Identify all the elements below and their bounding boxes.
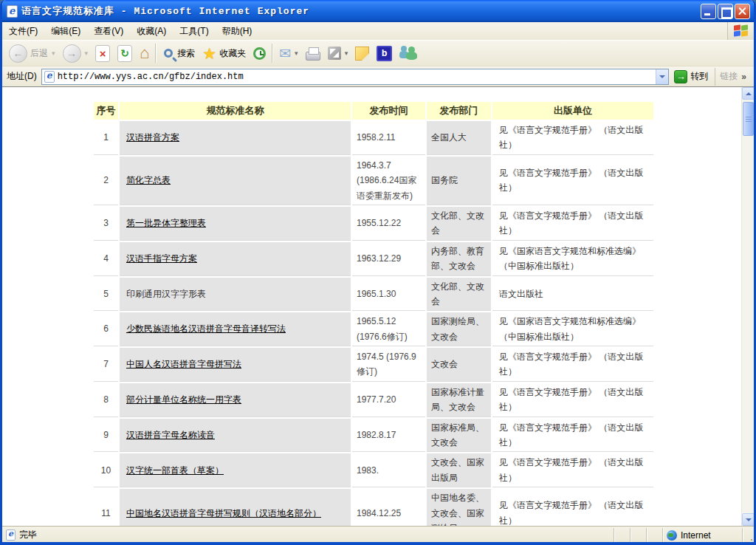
standard-link[interactable]: 中国地名汉语拼音字母拼写规则（汉语地名部分） — [126, 508, 321, 518]
scroll-down-button[interactable] — [742, 513, 754, 526]
address-input[interactable] — [58, 72, 656, 82]
cell-publish-date: 1958.2.11 — [352, 121, 425, 155]
b-toolbar-button[interactable]: b — [373, 42, 396, 64]
cell-standard-name: 简化字总表 — [120, 157, 351, 205]
cell-publish-dept: 文化部、文改会 — [427, 278, 491, 312]
menu-file[interactable]: 文件(F) — [2, 22, 44, 40]
cell-publish-dept: 国家标准计量局、文改会 — [427, 383, 491, 417]
standard-link[interactable]: 少数民族语地名汉语拼音字母音译转写法 — [126, 323, 286, 334]
internet-zone-icon — [667, 530, 677, 541]
history-icon — [253, 47, 266, 60]
b-badge-icon: b — [377, 46, 392, 61]
links-zone[interactable]: 链接 » — [715, 68, 751, 86]
go-button[interactable]: → 转到 — [669, 68, 713, 86]
standard-link[interactable]: 简化字总表 — [126, 175, 171, 185]
standard-link[interactable]: 汉语手指字母方案 — [126, 253, 197, 264]
notes-button[interactable] — [351, 42, 373, 64]
standard-link[interactable]: 中国人名汉语拼音字母拼写法 — [126, 359, 241, 369]
close-button[interactable] — [735, 4, 750, 19]
cell-publisher: 见《语言文字规范手册》 （语文出版社） — [492, 348, 653, 382]
back-button[interactable]: ← 后退 ▾ — [5, 42, 59, 64]
cell-publisher: 见《语言文字规范手册》 （语文出版社） — [492, 453, 653, 487]
cell-index: 11 — [94, 489, 118, 526]
sticky-note-icon — [355, 47, 369, 61]
favorites-star-icon: ★ — [202, 46, 216, 61]
mail-icon: ✉ — [279, 47, 291, 61]
forward-button[interactable]: → ▾ — [59, 42, 92, 64]
zone-text: Internet — [681, 530, 711, 541]
mail-dropdown-icon: ▾ — [295, 49, 298, 57]
address-label: 地址(D) — [7, 70, 37, 83]
table-row: 3第一批异体字整理表1955.12.22文化部、文改会见《语言文字规范手册》 （… — [94, 207, 653, 241]
status-text: 完毕 — [19, 529, 37, 541]
cell-index: 10 — [94, 453, 118, 487]
cell-index: 2 — [94, 157, 118, 205]
messenger-button[interactable] — [396, 42, 422, 64]
address-combo[interactable] — [41, 69, 670, 85]
standards-table: 序号 规范标准名称 发布时间 发布部门 出版单位 1汉语拼音方案1958.2.1… — [92, 100, 655, 526]
header-publisher: 出版单位 — [492, 102, 653, 120]
address-dropdown-button[interactable] — [656, 69, 668, 84]
mail-button[interactable]: ✉ ▾ — [275, 42, 301, 64]
stop-button[interactable]: × — [92, 42, 114, 64]
cell-publish-date: 1984.12.25 — [352, 489, 425, 526]
header-index: 序号 — [94, 102, 118, 120]
cell-publish-date: 1965.5.12 (1976.6修订) — [352, 312, 425, 346]
windows-logo-pane — [727, 22, 754, 40]
standard-link[interactable]: 第一批异体字整理表 — [126, 218, 206, 228]
cell-index: 1 — [94, 121, 118, 155]
back-icon: ← — [9, 44, 27, 63]
stop-icon: × — [95, 45, 110, 62]
links-label: 链接 — [720, 70, 738, 83]
browser-window: 语言文字规范标准库 - Microsoft Internet Explorer … — [0, 0, 756, 545]
home-button[interactable]: ⌂ — [136, 42, 153, 64]
menu-view[interactable]: 查看(V) — [87, 22, 130, 40]
table-row: 1汉语拼音方案1958.2.11全国人大见《语言文字规范手册》 （语文出版社） — [94, 121, 653, 155]
go-arrow-icon: → — [674, 70, 687, 83]
toolbar: ← 后退 ▾ → ▾ × ↻ ⌂ 搜索 ★ 收藏夹 ✉ — [2, 41, 754, 66]
addressbar: 地址(D) → 转到 链接 » — [2, 66, 754, 87]
refresh-glyph: ↻ — [120, 48, 129, 58]
minimize-button[interactable] — [701, 4, 716, 19]
back-label: 后退 — [30, 47, 48, 60]
standards-table-body: 1汉语拼音方案1958.2.11全国人大见《语言文字规范手册》 （语文出版社）2… — [94, 121, 653, 526]
scroll-thumb[interactable] — [743, 102, 754, 136]
header-publish-date: 发布时间 — [352, 102, 425, 120]
refresh-button[interactable]: ↻ — [114, 42, 136, 64]
cell-publish-date: 1963.12.29 — [352, 242, 425, 276]
standard-link[interactable]: 汉语拼音字母名称读音 — [126, 430, 215, 440]
standard-link[interactable]: 汉语拼音方案 — [126, 132, 179, 143]
standard-link[interactable]: 汉字统一部首表（草案） — [126, 465, 224, 476]
titlebar: 语言文字规范标准库 - Microsoft Internet Explorer — [2, 0, 754, 22]
cell-standard-name: 第一批异体字整理表 — [120, 207, 351, 241]
menu-tools[interactable]: 工具(T) — [173, 22, 215, 40]
toolbar-separator — [155, 44, 157, 63]
scroll-up-button[interactable] — [742, 87, 754, 100]
resize-grip[interactable] — [743, 528, 754, 542]
cell-standard-name: 汉字统一部首表（草案） — [120, 453, 351, 487]
history-button[interactable] — [250, 42, 269, 64]
status-pane-empty — [630, 528, 647, 542]
cell-publish-date: 1983. — [352, 453, 425, 487]
print-button[interactable] — [302, 42, 324, 64]
cell-publish-dept: 文化部、文改会 — [427, 207, 491, 241]
standard-link[interactable]: 部分计量单位名称统一用字表 — [126, 394, 241, 405]
header-publish-dept: 发布部门 — [427, 102, 491, 120]
go-label: 转到 — [690, 70, 708, 83]
maximize-button[interactable] — [718, 4, 733, 19]
cell-publish-dept: 中国地名委、文改会、国家测绘局 — [427, 489, 491, 526]
cell-index: 8 — [94, 383, 118, 417]
search-button[interactable]: 搜索 — [159, 42, 199, 64]
menu-edit[interactable]: 编辑(E) — [44, 22, 87, 40]
vertical-scrollbar[interactable] — [741, 87, 754, 526]
menu-help[interactable]: 帮助(H) — [216, 22, 259, 40]
menubar: 文件(F) 编辑(E) 查看(V) 收藏(A) 工具(T) 帮助(H) — [2, 22, 754, 41]
status-pane: 完毕 — [2, 528, 614, 542]
menu-favorites[interactable]: 收藏(A) — [130, 22, 173, 40]
cell-publisher: 见《国家语言文字规范和标准选编》（中国标准出版社） — [492, 242, 653, 276]
window-title: 语言文字规范标准库 - Microsoft Internet Explorer — [21, 4, 309, 18]
forward-dropdown-icon: ▾ — [85, 49, 89, 57]
edit-button[interactable]: ▾ — [324, 42, 352, 64]
favorites-button[interactable]: ★ 收藏夹 — [199, 42, 250, 64]
page-content: 序号 规范标准名称 发布时间 发布部门 出版单位 1汉语拼音方案1958.2.1… — [2, 87, 754, 526]
